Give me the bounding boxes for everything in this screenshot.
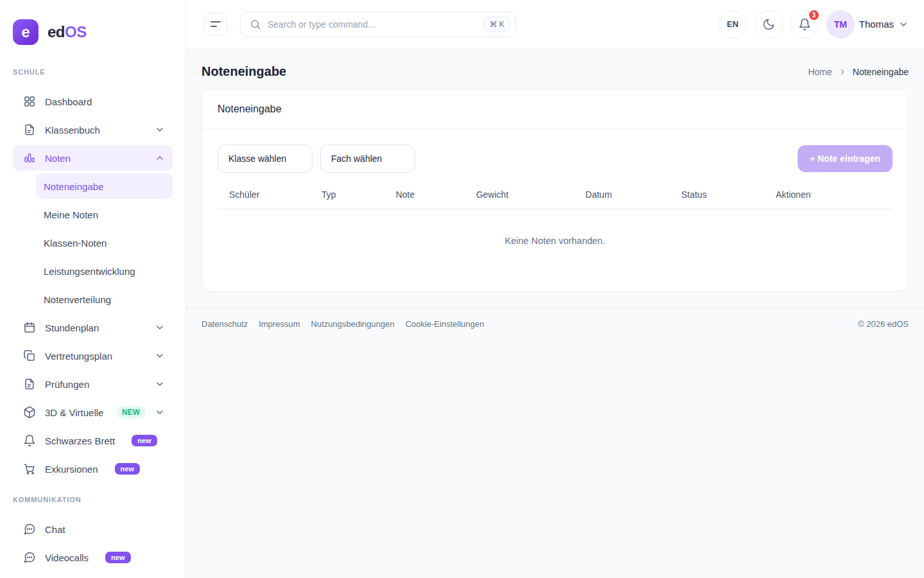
brand-name: edOS: [47, 23, 87, 41]
app-root: e edOS SCHULE Dashboard Klassenbuch Note…: [0, 0, 924, 578]
page-footer: Datenschutz Impressum Nutzungsbedingunge…: [186, 308, 924, 340]
chat-bubble-icon: [23, 551, 36, 564]
page-title: Noteneingabe: [201, 64, 286, 79]
sidebar-subitem-klassen-noten[interactable]: Klassen-Noten: [36, 230, 173, 256]
footer-link-impressum[interactable]: Impressum: [259, 319, 300, 329]
empty-state-message: Keine Noten vorhanden.: [218, 209, 893, 276]
sidebar-item-label: Prüfungen: [45, 379, 89, 390]
topbar-actions: EN 3 TM Thomas: [719, 10, 909, 39]
new-badge: new: [105, 552, 130, 563]
chevron-down-icon: [155, 351, 165, 361]
sidebar-item-schwarzes-brett[interactable]: Schwarzes Brett new: [13, 428, 173, 453]
sidebar-subitem-leistungsentwicklung[interactable]: Leistungsentwicklung: [36, 258, 173, 284]
notification-count-badge: 3: [808, 9, 820, 21]
footer-link-nutzungsbedingungen[interactable]: Nutzungsbedingungen: [311, 319, 395, 329]
sidebar-item-pruefungen[interactable]: Prüfungen: [13, 371, 173, 397]
search-icon: [250, 19, 261, 30]
class-select[interactable]: Klasse wählen: [218, 144, 312, 173]
dashboard-icon: [23, 95, 36, 108]
column-header-typ: Typ: [321, 189, 396, 209]
table-header-row: Schüler Typ Note Gewicht Datum Status Ak…: [218, 189, 893, 209]
sidebar-subitem-noteneingabe[interactable]: Noteneingabe: [36, 173, 173, 199]
column-header-datum: Datum: [585, 189, 681, 209]
menu-icon: [210, 26, 217, 27]
sidebar-item-chat[interactable]: Chat: [13, 516, 173, 542]
breadcrumb-current: Noteneingabe: [853, 67, 909, 77]
filter-row: Klasse wählen Fach wählen + Note eintrag…: [218, 144, 893, 173]
brand-name-prefix: ed: [47, 23, 65, 40]
column-header-gewicht: Gewicht: [476, 189, 585, 209]
new-badge: new: [115, 463, 140, 475]
sidebar-subitem-label: Noteneingabe: [44, 181, 103, 192]
sidebar: e edOS SCHULE Dashboard Klassenbuch Note…: [0, 0, 186, 578]
sidebar-item-label: Schwarzes Brett: [45, 435, 115, 446]
sidebar-item-benachrichtigungen[interactable]: Benachrichtigungen: [13, 573, 173, 578]
chevron-down-icon: [155, 379, 165, 389]
sidebar-item-dashboard[interactable]: Dashboard: [13, 89, 173, 114]
new-badge: new: [132, 435, 157, 446]
language-button[interactable]: EN: [719, 10, 747, 39]
user-name: Thomas: [859, 19, 894, 30]
menu-icon: [210, 21, 221, 22]
shopping-cart-icon: [23, 462, 36, 475]
column-header-status: Status: [681, 189, 776, 209]
sidebar-subitem-notenverteilung[interactable]: Notenverteilung: [36, 286, 173, 312]
bar-chart-icon: [23, 152, 36, 164]
brand[interactable]: e edOS: [0, 0, 185, 60]
sidebar-subitem-meine-noten[interactable]: Meine Noten: [36, 202, 173, 227]
sidebar-item-videocalls[interactable]: Videocalls new: [13, 545, 173, 570]
bell-icon: [23, 434, 36, 447]
chevron-up-icon: [155, 153, 165, 163]
add-grade-button[interactable]: + Note eintragen: [798, 145, 893, 172]
sidebar-subitem-label: Notenverteilung: [44, 294, 111, 305]
breadcrumb: Home Noteneingabe: [808, 67, 909, 77]
brand-logo-icon: e: [13, 19, 38, 45]
main-area: ⌘ K EN 3 TM Thomas Note: [186, 0, 924, 578]
topbar: ⌘ K EN 3 TM Thomas: [186, 0, 924, 49]
column-header-schueler: Schüler: [218, 189, 321, 209]
user-menu[interactable]: TM Thomas: [826, 10, 909, 39]
footer-links: Datenschutz Impressum Nutzungsbedingunge…: [201, 319, 484, 329]
sidebar-item-noten[interactable]: Noten: [13, 145, 173, 171]
sidebar-item-label: Klassenbuch: [45, 125, 100, 136]
sidebar-item-stundenplan[interactable]: Stundenplan: [13, 315, 173, 340]
sidebar-item-label: Noten: [45, 153, 71, 164]
brand-name-suffix: OS: [65, 23, 87, 40]
sidebar-item-exkursionen[interactable]: Exkursionen new: [13, 456, 173, 482]
breadcrumb-home-link[interactable]: Home: [808, 67, 832, 77]
new-badge: NEW: [116, 406, 146, 419]
calendar-icon: [23, 321, 36, 334]
sidebar-section-kommunikation: KOMMUNIKATION: [13, 496, 173, 504]
sidebar-item-klassenbuch[interactable]: Klassenbuch: [13, 117, 173, 143]
sidebar-item-label: Vertretungsplan: [45, 351, 112, 362]
sidebar-item-label: Stundenplan: [45, 322, 99, 333]
sidebar-subitem-label: Leistungsentwicklung: [44, 266, 135, 277]
search-input[interactable]: [268, 19, 477, 30]
column-header-note: Note: [396, 189, 476, 209]
bell-icon: [798, 18, 811, 31]
grades-table: Schüler Typ Note Gewicht Datum Status Ak…: [218, 189, 893, 276]
document-icon: [23, 378, 36, 390]
chevron-down-icon: [155, 407, 165, 417]
footer-link-cookie-einstellungen[interactable]: Cookie-Einstellungen: [406, 319, 484, 329]
page-header: Noteneingabe Home Noteneingabe: [201, 64, 909, 79]
footer-link-datenschutz[interactable]: Datenschutz: [201, 319, 248, 329]
notifications-button[interactable]: 3: [791, 10, 819, 39]
search-bar: ⌘ K: [240, 12, 516, 37]
sidebar-toggle-button[interactable]: [204, 13, 227, 36]
copyright: © 2026 edOS: [858, 319, 909, 329]
shortcut-hint: ⌘ K: [484, 17, 510, 32]
sidebar-item-vertretungsplan[interactable]: Vertretungsplan: [13, 343, 173, 369]
chevron-right-icon: [838, 67, 847, 76]
sidebar-subitem-label: Klassen-Noten: [44, 238, 107, 249]
sidebar-item-3d-virtuelle-raeume[interactable]: 3D & Virtuelle Räu NEW: [13, 399, 173, 425]
sidebar-item-label: Dashboard: [45, 96, 92, 107]
chevron-down-icon: [155, 125, 165, 135]
chevron-down-icon: [898, 19, 909, 30]
column-header-aktionen: Aktionen: [776, 189, 893, 209]
sidebar-subitem-label: Meine Noten: [44, 209, 98, 220]
document-icon: [23, 123, 36, 136]
dark-mode-toggle[interactable]: [755, 10, 783, 39]
subject-select[interactable]: Fach wählen: [320, 144, 415, 173]
sidebar-item-label: Chat: [45, 524, 65, 535]
